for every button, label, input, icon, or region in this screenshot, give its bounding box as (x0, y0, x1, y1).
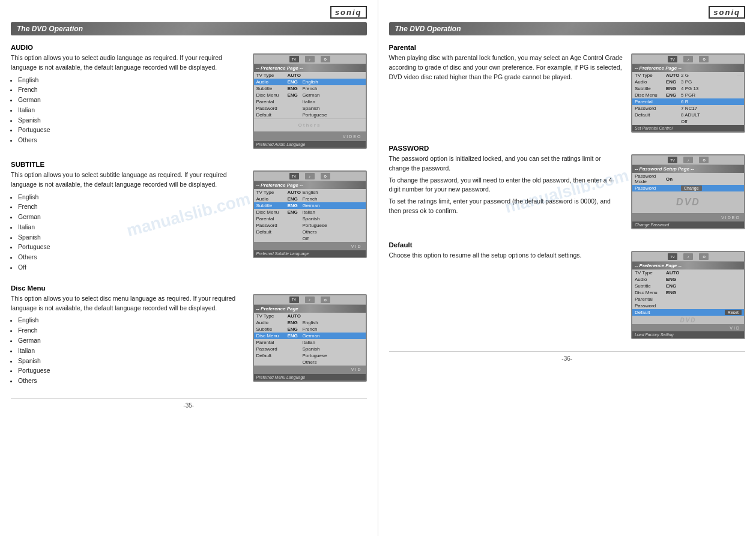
audio-pref-footer: Preferred Audio Language (254, 141, 366, 148)
disc-menu-heading: Disc Menu (11, 285, 367, 292)
audio-text: This option allows you to select audio l… (11, 53, 244, 145)
pref-row-audio: AudioENGEnglish (254, 79, 366, 85)
music-icon-dm: ♪ (305, 297, 315, 303)
setup-icon-par: ⚙ (699, 56, 709, 62)
def-row-password: Password (632, 303, 744, 309)
setup-icon: ⚙ (321, 56, 330, 62)
list-item: Spanish (18, 115, 244, 125)
list-item: French (18, 325, 244, 336)
brand-logo-right: soniq (709, 6, 745, 19)
parental-pref-footer: Set Parental Control (632, 125, 744, 131)
brand-logo-left: soniq (330, 6, 367, 19)
tv-icon-pwd: TV (668, 157, 677, 163)
password-pref-ui: TV ♪ ⚙ -- Password Setup Page -- Passwor… (631, 154, 745, 229)
par-row-password: Password7 NC17 (632, 105, 744, 112)
def-row-tvtype: TV TypeAUTO (632, 270, 744, 276)
parental-heading: Parental (389, 44, 746, 51)
parental-section: Parental When playing disc with parental… (389, 44, 746, 133)
video-label-audio: VIDEO (343, 134, 362, 139)
disc-menu-text: This option allows you to select disc me… (11, 294, 244, 386)
setup-icon-sub: ⚙ (321, 173, 330, 179)
pref-row-password: PasswordSpanish (254, 105, 366, 112)
setup-icon-dm: ⚙ (321, 297, 330, 303)
audio-description: This option allows you to select audio l… (11, 54, 222, 71)
disc-menu-description: This option allows you to select disc me… (11, 295, 235, 312)
list-item: French (18, 85, 244, 95)
list-item: Others (18, 135, 244, 145)
music-icon-par: ♪ (683, 56, 693, 62)
dvd-label: Others (298, 122, 321, 128)
sub-row-password: PasswordPortuguese (254, 222, 366, 229)
disc-menu-body: This option allows you to select disc me… (11, 294, 367, 386)
subtitle-pref-header: -- Preference Page -- (254, 181, 366, 189)
list-item: English (18, 192, 244, 202)
list-item: Portuguese (18, 125, 244, 135)
def-row-default: Default Reset (632, 309, 744, 316)
dm-row-discmenu: Disc MenuENGGerman (254, 333, 366, 339)
parental-pref-header: -- Preference Page -- (632, 64, 744, 72)
default-heading: Default (389, 241, 746, 248)
dm-row-audio: AudioENGEnglish (254, 319, 366, 326)
pwd-row-mode: Password ModeOn (632, 173, 744, 185)
dm-row-tvtype: TV TypeAUTO (254, 313, 366, 319)
parental-description: When playing disc with parental lock fun… (389, 54, 623, 80)
subtitle-pref-footer: Preferred Subtitle Language (254, 250, 366, 257)
list-item: German (18, 336, 244, 346)
right-section-title: The DVD Operation (389, 22, 746, 35)
dm-row-others: Others (254, 359, 366, 366)
default-pref-header: -- Preference Page -- (632, 262, 744, 270)
list-item: French (18, 202, 244, 212)
music-icon-def: ♪ (683, 253, 693, 260)
tv-icon-sub: TV (289, 173, 299, 179)
tv-icon-def: TV (668, 253, 677, 260)
tv-icon: TV (289, 56, 299, 62)
password-desc1: The password option is initialized locke… (389, 154, 623, 173)
sub-row-off: Off (254, 235, 366, 242)
sub-row-audio: AudioENGFrench (254, 196, 366, 202)
left-page-number: -35- (11, 398, 367, 409)
def-row-subtitle: SubtitleENG (632, 283, 744, 289)
pref-row-discmenu: Disc MenuENGGerman (254, 92, 366, 98)
password-text: The password option is initialized locke… (389, 154, 623, 216)
dm-row-subtitle: SubtitleENGFrench (254, 326, 366, 333)
sub-row-parental: ParentalSpanish (254, 215, 366, 222)
video-label-pwd: VIDEO (721, 215, 740, 220)
list-item: Spanish (18, 232, 244, 242)
default-body: Choose this option to resume all the set… (389, 251, 746, 339)
sub-row-subtitle: SubtitleENGGerman (254, 202, 366, 209)
left-section-title: The DVD Operation (11, 22, 367, 35)
tv-icon-dm: TV (289, 297, 299, 303)
audio-pref-ui: TV ♪ ⚙ -- Preference Page -- TV TypeAUTO… (253, 53, 367, 149)
def-row-discmenu: Disc MenuENG (632, 289, 744, 296)
default-pref-footer: Load Factory Setting (632, 331, 744, 338)
audio-section: AUDIO This option allows you to select a… (11, 44, 367, 149)
subtitle-pref-ui: TV ♪ ⚙ -- Preference Page -- TV TypeAUTO… (253, 170, 367, 258)
list-item: Off (18, 262, 244, 273)
disc-menu-pref-header: -- Preference Page (254, 305, 366, 313)
disc-menu-pref-footer: Preferred Menu Language (254, 374, 366, 381)
list-item: Spanish (18, 356, 244, 366)
def-row-parental: Parental (632, 296, 744, 303)
par-row-default: Default8 ADULT (632, 112, 744, 118)
list-item: English (18, 75, 244, 85)
password-body: The password option is initialized locke… (389, 154, 746, 229)
subtitle-text: This option allows you to select subtitl… (11, 170, 244, 273)
list-item: German (18, 212, 244, 222)
dm-row-parental: ParentalItalian (254, 339, 366, 346)
left-header: soniq (11, 6, 367, 19)
list-item: Italian (18, 222, 244, 232)
video-label-def: VID (730, 326, 740, 330)
change-button[interactable]: Change (681, 185, 702, 191)
par-row-discmenu: Disc MenuENG5 PGR (632, 92, 744, 98)
list-item: Italian (18, 346, 244, 356)
parental-pref-ui: TV ♪ ⚙ -- Preference Page -- TV TypeAUTO… (631, 53, 745, 133)
parental-pref-box: TV ♪ ⚙ -- Preference Page -- TV TypeAUTO… (631, 53, 745, 133)
default-text: Choose this option to resume all the set… (389, 251, 623, 260)
tv-icon-par: TV (668, 56, 677, 62)
reset-button[interactable]: Reset (725, 310, 742, 315)
par-row-parental: Parental6 R (632, 98, 744, 105)
pref-row-parental: ParentalItalian (254, 98, 366, 105)
list-item: Others (18, 252, 244, 262)
left-page: soniq The DVD Operation manualslib.com A… (0, 0, 378, 536)
setup-icon-pwd: ⚙ (699, 157, 709, 163)
